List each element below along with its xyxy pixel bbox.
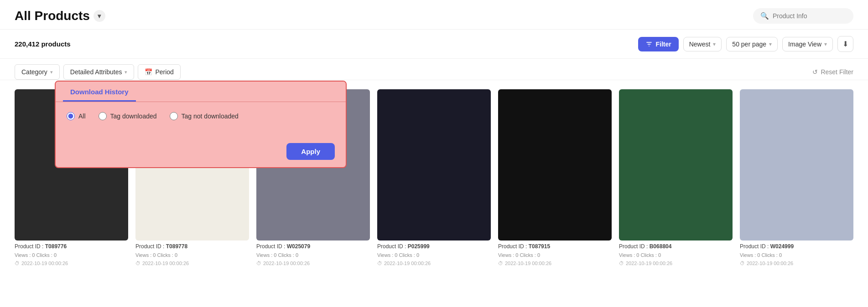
panel-body: All Tag downloaded Tag not downloaded xyxy=(56,102,346,139)
top-bar: All Products ▾ 🔍 xyxy=(0,0,868,30)
product-id: Product ID : T087915 xyxy=(498,243,612,250)
product-meta: Views : 0 Clicks : 0 xyxy=(498,252,612,258)
sort-selected: Newest xyxy=(689,41,711,48)
attributes-button[interactable]: Detailed Attributes ▾ xyxy=(63,64,135,80)
product-time: ⏱ 2022-10-19 00:00:26 xyxy=(135,261,249,266)
product-id: Product ID : T089776 xyxy=(15,243,128,250)
product-id: Product ID : T089778 xyxy=(135,243,249,250)
product-image xyxy=(619,89,733,240)
product-card[interactable]: Product ID : P025999 Views : 0 Clicks : … xyxy=(377,89,491,266)
radio-all[interactable]: All xyxy=(67,112,86,120)
page-title-dropdown[interactable]: ▾ xyxy=(94,10,105,22)
filter-icon xyxy=(645,41,653,48)
product-time: ⏱ 2022-10-19 00:00:26 xyxy=(377,261,491,266)
product-id: Product ID : W024999 xyxy=(740,243,853,250)
view-chevron-icon: ▾ xyxy=(824,41,827,47)
apply-button[interactable]: Apply xyxy=(286,143,335,160)
radio-not-downloaded-label: Tag not downloaded xyxy=(182,113,239,120)
radio-not-downloaded[interactable]: Tag not downloaded xyxy=(170,112,239,120)
product-card[interactable]: Product ID : B068804 Views : 0 Clicks : … xyxy=(619,89,733,266)
product-count: 220,412 products xyxy=(15,40,71,48)
product-time: ⏱ 2022-10-19 00:00:26 xyxy=(498,261,612,266)
per-page-chevron-icon: ▾ xyxy=(769,41,772,47)
product-meta: Views : 0 Clicks : 0 xyxy=(619,252,733,258)
filter-area: Category ▾ Detailed Attributes ▾ 📅 Perio… xyxy=(0,59,868,80)
clock-icon: ⏱ xyxy=(15,261,20,266)
clock-icon: ⏱ xyxy=(256,261,261,266)
product-time: ⏱ 2022-10-19 00:00:26 xyxy=(256,261,370,266)
apply-label: Apply xyxy=(301,148,320,155)
product-meta: Views : 0 Clicks : 0 xyxy=(377,252,491,258)
panel-footer: Apply xyxy=(56,139,346,167)
toolbar-controls: Filter Newest ▾ 50 per page ▾ Image View… xyxy=(638,36,853,52)
category-button[interactable]: Category ▾ xyxy=(15,64,60,80)
product-id: Product ID : B068804 xyxy=(619,243,733,250)
page-title: All Products xyxy=(15,9,90,23)
radio-not-downloaded-input[interactable] xyxy=(170,112,178,120)
reset-icon: ↺ xyxy=(812,68,818,76)
tab-download-history[interactable]: Download History xyxy=(63,82,136,102)
product-image xyxy=(498,89,612,240)
chevron-down-icon: ▾ xyxy=(98,12,101,20)
radio-downloaded-input[interactable] xyxy=(99,112,107,120)
clock-icon: ⏱ xyxy=(135,261,140,266)
page-title-area: All Products ▾ xyxy=(15,9,105,23)
clock-icon: ⏱ xyxy=(619,261,624,266)
search-box[interactable]: 🔍 xyxy=(753,8,853,24)
product-id: Product ID : W025079 xyxy=(256,243,370,250)
product-card[interactable]: Product ID : T087915 Views : 0 Clicks : … xyxy=(498,89,612,266)
reset-filter-label: Reset Filter xyxy=(821,68,853,76)
download-button[interactable]: ⬇ xyxy=(837,36,853,52)
product-id: Product ID : P025999 xyxy=(377,243,491,250)
product-meta: Views : 0 Clicks : 0 xyxy=(15,252,128,258)
sort-select[interactable]: Newest ▾ xyxy=(683,37,722,51)
filter-tabs: Category ▾ Detailed Attributes ▾ 📅 Perio… xyxy=(15,59,853,80)
panel-tabs: Download History xyxy=(56,82,346,102)
clock-icon: ⏱ xyxy=(740,261,745,266)
view-select[interactable]: Image View ▾ xyxy=(782,37,833,51)
search-input[interactable] xyxy=(773,12,846,20)
calendar-icon: 📅 xyxy=(145,68,152,76)
product-meta: Views : 0 Clicks : 0 xyxy=(740,252,853,258)
category-label: Category xyxy=(21,68,47,76)
product-image xyxy=(377,89,491,240)
filter-label: Filter xyxy=(655,41,671,48)
category-chevron-icon: ▾ xyxy=(50,69,53,75)
reset-filter-button[interactable]: ↺ Reset Filter xyxy=(812,68,853,76)
sort-chevron-icon: ▾ xyxy=(713,41,716,47)
product-card[interactable]: Product ID : W024999 Views : 0 Clicks : … xyxy=(740,89,853,266)
search-icon: 🔍 xyxy=(760,12,769,20)
toolbar: 220,412 products Filter Newest ▾ 50 per … xyxy=(0,30,868,59)
radio-downloaded[interactable]: Tag downloaded xyxy=(99,112,157,120)
period-label: Period xyxy=(155,68,173,76)
tab-download-history-label: Download History xyxy=(70,88,129,96)
per-page-selected: 50 per page xyxy=(732,41,766,48)
attributes-chevron-icon: ▾ xyxy=(125,69,127,75)
clock-icon: ⏱ xyxy=(377,261,382,266)
per-page-select[interactable]: 50 per page ▾ xyxy=(726,37,778,51)
radio-downloaded-label: Tag downloaded xyxy=(110,113,157,120)
radio-all-label: All xyxy=(78,113,86,120)
filter-button[interactable]: Filter xyxy=(638,37,678,51)
radio-all-input[interactable] xyxy=(67,112,75,120)
product-time: ⏱ 2022-10-19 00:00:26 xyxy=(15,261,128,266)
product-image xyxy=(740,89,853,240)
download-history-panel: Download History All Tag downloaded Ta xyxy=(55,81,347,168)
product-time: ⏱ 2022-10-19 00:00:26 xyxy=(740,261,853,266)
view-selected: Image View xyxy=(788,41,821,48)
product-meta: Views : 0 Clicks : 0 xyxy=(135,252,249,258)
clock-icon: ⏱ xyxy=(498,261,503,266)
product-time: ⏱ 2022-10-19 00:00:26 xyxy=(619,261,733,266)
product-meta: Views : 0 Clicks : 0 xyxy=(256,252,370,258)
attributes-label: Detailed Attributes xyxy=(70,68,122,76)
period-button[interactable]: 📅 Period xyxy=(138,64,180,80)
download-icon: ⬇ xyxy=(842,40,848,48)
radio-group: All Tag downloaded Tag not downloaded xyxy=(67,112,335,120)
